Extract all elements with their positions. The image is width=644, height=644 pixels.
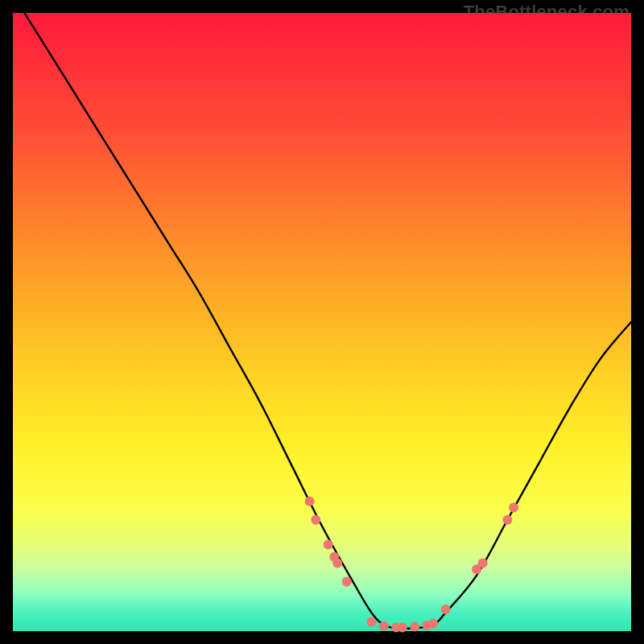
curve-marker-dot [379, 621, 389, 631]
curve-marker-dot [324, 539, 333, 549]
curve-marker-dot [398, 622, 407, 632]
curve-marker-dot [366, 617, 376, 626]
curve-marker-dot [332, 559, 342, 568]
curve-overlay [13, 13, 631, 631]
curve-marker-dot [502, 515, 512, 525]
curve-marker-dot [478, 559, 488, 568]
curve-marker-dot [342, 577, 352, 587]
curve-marker-dot [311, 515, 320, 525]
v-curve-line [13, 0, 631, 629]
curve-marker-dot [509, 502, 518, 512]
curve-marker-dot [305, 497, 315, 506]
curve-marker-dot [410, 622, 419, 632]
chart-stage: TheBottleneck.com [0, 0, 644, 644]
curve-marker-dot [428, 619, 438, 629]
curve-marker-dot [441, 605, 451, 614]
curve-markers [305, 497, 518, 633]
heat-gradient-plot [13, 13, 631, 631]
